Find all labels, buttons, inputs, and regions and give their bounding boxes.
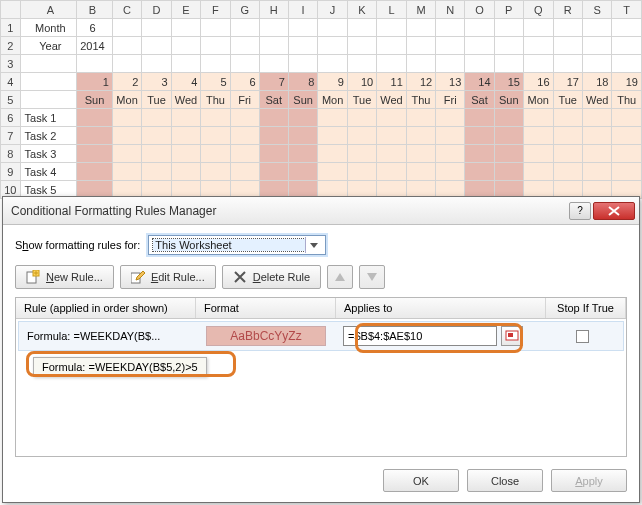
- cell[interactable]: 9: [318, 73, 348, 91]
- col-header[interactable]: F: [201, 1, 230, 19]
- cell[interactable]: [20, 91, 77, 109]
- cell[interactable]: Fri: [436, 91, 465, 109]
- cell[interactable]: [582, 109, 612, 127]
- cell[interactable]: Mon: [112, 91, 142, 109]
- cell[interactable]: [288, 163, 317, 181]
- cell[interactable]: 13: [436, 73, 465, 91]
- cell[interactable]: [406, 19, 435, 37]
- spreadsheet-grid[interactable]: ABCDEFGHIJKLMNOPQRST 1Month6 2Year2014 3…: [0, 0, 642, 199]
- col-header[interactable]: T: [612, 1, 642, 19]
- cell[interactable]: [465, 127, 494, 145]
- cell[interactable]: [612, 19, 642, 37]
- cell[interactable]: [201, 127, 230, 145]
- cell[interactable]: 19: [612, 73, 642, 91]
- cell[interactable]: Fri: [230, 91, 259, 109]
- cell[interactable]: [523, 109, 553, 127]
- cell[interactable]: [494, 37, 523, 55]
- cell[interactable]: Task 1: [20, 109, 77, 127]
- cell[interactable]: [465, 145, 494, 163]
- cell[interactable]: [230, 19, 259, 37]
- cell[interactable]: [318, 109, 348, 127]
- cell[interactable]: [230, 163, 259, 181]
- cell[interactable]: [201, 55, 230, 73]
- cell[interactable]: Year: [20, 37, 77, 55]
- cell[interactable]: Task 4: [20, 163, 77, 181]
- cell[interactable]: [523, 145, 553, 163]
- cell[interactable]: [201, 109, 230, 127]
- cell[interactable]: [259, 55, 288, 73]
- cell[interactable]: 15: [494, 73, 523, 91]
- cell[interactable]: [201, 145, 230, 163]
- cell[interactable]: [20, 73, 77, 91]
- col-header[interactable]: E: [171, 1, 201, 19]
- cell[interactable]: [171, 163, 201, 181]
- cell[interactable]: Thu: [612, 91, 642, 109]
- cell[interactable]: Mon: [318, 91, 348, 109]
- cell[interactable]: [436, 55, 465, 73]
- cell[interactable]: [230, 37, 259, 55]
- cell[interactable]: [494, 109, 523, 127]
- cell[interactable]: [377, 37, 407, 55]
- cell[interactable]: [318, 37, 348, 55]
- cell[interactable]: [582, 145, 612, 163]
- cell[interactable]: [347, 163, 376, 181]
- range-picker-button[interactable]: [501, 326, 523, 346]
- cell[interactable]: [112, 109, 142, 127]
- cell[interactable]: [142, 145, 171, 163]
- cell[interactable]: [288, 37, 317, 55]
- cell[interactable]: [288, 145, 317, 163]
- cell[interactable]: [553, 37, 582, 55]
- cell[interactable]: [612, 163, 642, 181]
- cell[interactable]: [112, 145, 142, 163]
- cell[interactable]: [142, 55, 171, 73]
- col-header[interactable]: C: [112, 1, 142, 19]
- col-header[interactable]: J: [318, 1, 348, 19]
- cell[interactable]: [20, 55, 77, 73]
- col-header[interactable]: P: [494, 1, 523, 19]
- cell[interactable]: [582, 55, 612, 73]
- cell[interactable]: [377, 109, 407, 127]
- dialog-titlebar[interactable]: Conditional Formatting Rules Manager ?: [3, 197, 639, 225]
- cell[interactable]: 12: [406, 73, 435, 91]
- cell[interactable]: [612, 145, 642, 163]
- row-header[interactable]: 2: [1, 37, 21, 55]
- cell[interactable]: [553, 55, 582, 73]
- cell[interactable]: [377, 19, 407, 37]
- cell[interactable]: [582, 163, 612, 181]
- cell[interactable]: [171, 145, 201, 163]
- cell[interactable]: [288, 55, 317, 73]
- cell[interactable]: [201, 19, 230, 37]
- apply-button[interactable]: Apply: [551, 469, 627, 492]
- cell[interactable]: Sun: [77, 91, 113, 109]
- cell[interactable]: [112, 163, 142, 181]
- cell[interactable]: [142, 19, 171, 37]
- cell[interactable]: 6: [77, 19, 113, 37]
- cell[interactable]: [77, 109, 113, 127]
- cell[interactable]: [318, 145, 348, 163]
- cell[interactable]: [171, 37, 201, 55]
- col-header[interactable]: [1, 1, 21, 19]
- cell[interactable]: [347, 127, 376, 145]
- cell[interactable]: [553, 163, 582, 181]
- cell[interactable]: Month: [20, 19, 77, 37]
- cell[interactable]: Wed: [582, 91, 612, 109]
- col-header[interactable]: L: [377, 1, 407, 19]
- cell[interactable]: 2: [112, 73, 142, 91]
- cell[interactable]: [377, 145, 407, 163]
- cell[interactable]: [112, 19, 142, 37]
- row-header[interactable]: 4: [1, 73, 21, 91]
- cell[interactable]: [142, 109, 171, 127]
- cell[interactable]: [201, 163, 230, 181]
- new-rule-button[interactable]: New Rule...: [15, 265, 114, 289]
- row-header[interactable]: 6: [1, 109, 21, 127]
- cell[interactable]: [201, 37, 230, 55]
- cell[interactable]: [553, 145, 582, 163]
- cell[interactable]: [288, 109, 317, 127]
- col-header[interactable]: M: [406, 1, 435, 19]
- cell[interactable]: [77, 145, 113, 163]
- cell[interactable]: [465, 55, 494, 73]
- cell[interactable]: [259, 127, 288, 145]
- cell[interactable]: 2014: [77, 37, 113, 55]
- cell[interactable]: [112, 37, 142, 55]
- cell[interactable]: [171, 109, 201, 127]
